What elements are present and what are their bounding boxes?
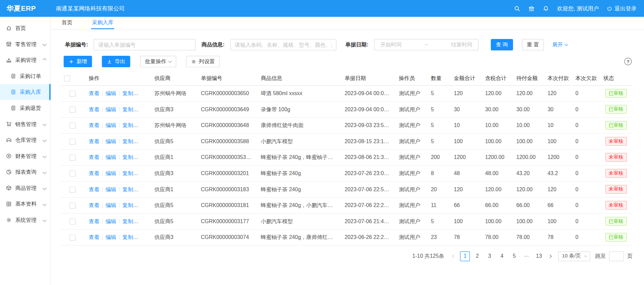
- view-link[interactable]: 查看: [89, 154, 100, 160]
- select-all-checkbox[interactable]: [64, 75, 70, 81]
- page-number[interactable]: 13: [534, 251, 544, 261]
- jump-page-input[interactable]: [609, 251, 624, 261]
- tab-home[interactable]: 首页: [61, 17, 73, 29]
- tab-purchase-inbound[interactable]: 采购入库: [91, 17, 114, 29]
- edit-link[interactable]: 编辑: [106, 234, 116, 240]
- delete-link[interactable]: 删除: [139, 138, 150, 144]
- delete-link[interactable]: 删除: [139, 234, 150, 240]
- delete-link[interactable]: 删除: [139, 186, 150, 192]
- delete-link[interactable]: 删除: [139, 154, 150, 160]
- copy-link[interactable]: 复制: [123, 138, 139, 144]
- edit-link[interactable]: 编辑: [106, 170, 116, 176]
- debt-cell: 0: [571, 101, 599, 117]
- search-icon[interactable]: [514, 5, 520, 12]
- material-cell: 蜂蜜柚子茶 240g，小鹏汽车模型: [257, 197, 341, 213]
- column-settings-button[interactable]: 列设置: [186, 56, 220, 67]
- search-button[interactable]: 查 询: [491, 39, 513, 50]
- sidebar-item-finance[interactable]: 财务管理: [0, 148, 50, 164]
- copy-link[interactable]: 复制: [123, 202, 139, 208]
- page-number[interactable]: 2: [472, 251, 482, 261]
- delete-link[interactable]: 删除: [139, 90, 150, 96]
- copy-link[interactable]: 复制: [123, 90, 139, 96]
- reset-button[interactable]: 重 置: [522, 39, 544, 50]
- view-link[interactable]: 查看: [89, 90, 100, 96]
- help-icon[interactable]: ?: [624, 58, 632, 65]
- page-number[interactable]: 1: [460, 251, 470, 261]
- delete-link[interactable]: 删除: [139, 202, 150, 208]
- page-size-select[interactable]: 10 条/页: [558, 251, 590, 261]
- page-number[interactable]: 5: [509, 251, 519, 261]
- view-link[interactable]: 查看: [89, 202, 100, 208]
- view-link[interactable]: 查看: [89, 138, 100, 144]
- sidebar-item-home[interactable]: 首页: [0, 20, 50, 36]
- material-input[interactable]: [230, 39, 336, 50]
- sidebar-item-warehouse[interactable]: 仓库管理: [0, 132, 50, 148]
- row-checkbox[interactable]: [69, 234, 75, 240]
- row-checkbox[interactable]: [69, 138, 75, 145]
- row-checkbox[interactable]: [69, 187, 75, 193]
- edit-link[interactable]: 编辑: [106, 106, 116, 112]
- view-link[interactable]: 查看: [89, 170, 100, 176]
- sidebar-item-basic-data[interactable]: 基本资料: [0, 196, 50, 212]
- copy-link[interactable]: 复制: [123, 170, 139, 176]
- copy-link[interactable]: 复制: [123, 122, 139, 128]
- row-checkbox[interactable]: [69, 202, 75, 208]
- bank-icon[interactable]: [528, 5, 535, 12]
- delete-link[interactable]: 删除: [139, 106, 150, 112]
- row-checkbox[interactable]: [69, 90, 75, 96]
- date-range-picker[interactable]: 开始时间 ~ 结束时间: [374, 39, 479, 50]
- view-link[interactable]: 查看: [89, 218, 100, 224]
- sidebar-item-purchase-return[interactable]: 采购退货: [0, 100, 50, 116]
- edit-link[interactable]: 编辑: [106, 138, 116, 144]
- sidebar-item-goods[interactable]: 商品管理: [0, 180, 50, 196]
- view-link[interactable]: 查看: [89, 106, 100, 112]
- row-checkbox[interactable]: [69, 122, 75, 128]
- edit-link[interactable]: 编辑: [106, 202, 116, 208]
- copy-link[interactable]: 复制: [123, 106, 139, 112]
- column-header: 商品信息: [257, 71, 341, 85]
- add-button[interactable]: 新增: [64, 56, 92, 67]
- sidebar-item-reports[interactable]: 报表查询: [0, 164, 50, 180]
- row-checkbox[interactable]: [69, 218, 75, 225]
- bell-icon[interactable]: [543, 5, 549, 12]
- edit-link[interactable]: 编辑: [106, 186, 116, 192]
- page-number[interactable]: 4: [497, 251, 507, 261]
- delete-link[interactable]: 删除: [139, 122, 150, 128]
- copy-link[interactable]: 复制: [123, 154, 139, 160]
- view-link[interactable]: 查看: [89, 122, 100, 128]
- chevron-down-icon: [42, 186, 46, 190]
- material-cell: 蜂蜜柚子茶 240g，蜂蜜柚子茶 240...: [257, 149, 341, 165]
- edit-link[interactable]: 编辑: [106, 122, 116, 128]
- sidebar-item-purchase[interactable]: 采购管理: [0, 52, 50, 68]
- sidebar-item-purchase-order[interactable]: 采购订单: [0, 68, 50, 84]
- logout-button[interactable]: 退出登录: [607, 5, 637, 12]
- sidebar-item-retail[interactable]: 零售管理: [0, 36, 50, 52]
- batch-operations-button[interactable]: 批量操作: [140, 56, 176, 67]
- next-page-button[interactable]: [545, 251, 555, 261]
- row-checkbox[interactable]: [69, 107, 75, 113]
- sidebar-item-sales[interactable]: 销售管理: [0, 116, 50, 132]
- delete-link[interactable]: 删除: [139, 170, 150, 176]
- copy-link[interactable]: 复制: [123, 218, 139, 224]
- row-checkbox[interactable]: [69, 154, 75, 160]
- view-link[interactable]: 查看: [89, 186, 100, 192]
- table-body: 查看编辑复制删除 苏州蜗牛网络 CGRK00000003650 啤酒 580ml…: [60, 85, 633, 245]
- delete-link[interactable]: 删除: [139, 218, 150, 224]
- column-header: 待付金额: [512, 71, 543, 85]
- expand-link[interactable]: 展开: [552, 41, 568, 48]
- row-checkbox[interactable]: [69, 170, 75, 176]
- export-button[interactable]: 导出: [102, 56, 130, 67]
- view-link[interactable]: 查看: [89, 234, 100, 240]
- page-number[interactable]: 3: [485, 251, 495, 261]
- edit-link[interactable]: 编辑: [106, 154, 116, 160]
- page-number[interactable]: •••: [522, 251, 532, 261]
- copy-link[interactable]: 复制: [123, 186, 139, 192]
- edit-link[interactable]: 编辑: [106, 218, 116, 224]
- sidebar-item-purchase-inbound[interactable]: 采购入库: [0, 84, 50, 100]
- copy-link[interactable]: 复制: [123, 234, 139, 240]
- edit-link[interactable]: 编辑: [106, 90, 116, 96]
- prev-page-button[interactable]: [449, 251, 459, 261]
- bill-no-input[interactable]: [94, 39, 196, 50]
- sidebar-item-system[interactable]: 系统管理: [0, 212, 50, 228]
- operator-cell: 测试用户: [395, 213, 427, 229]
